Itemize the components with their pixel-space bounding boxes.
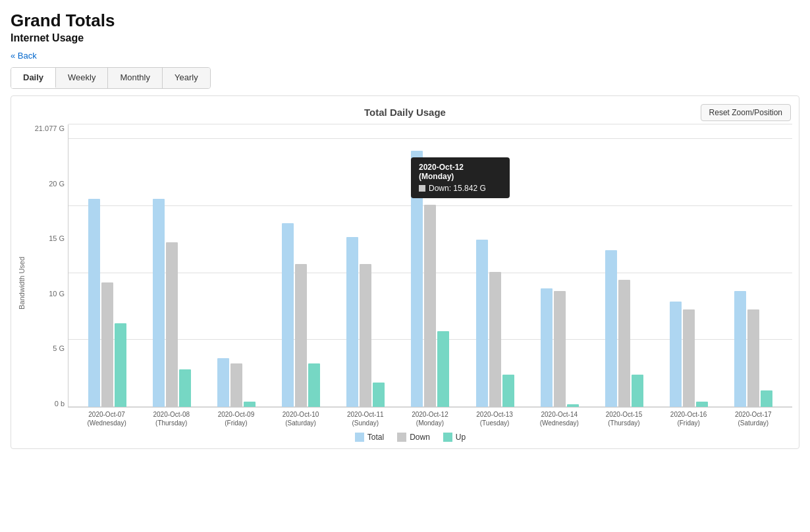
bar-down[interactable] <box>489 272 501 407</box>
bar-group <box>153 199 191 407</box>
bar-up[interactable] <box>567 404 579 407</box>
bar-group <box>411 151 449 408</box>
bar-total[interactable] <box>153 199 165 407</box>
bar-total[interactable] <box>88 199 100 407</box>
bar-down[interactable] <box>747 309 759 407</box>
x-label: 2020-Oct-09(Friday) <box>209 410 262 427</box>
bar-group <box>346 237 385 407</box>
tab-daily[interactable]: Daily <box>11 68 56 88</box>
grid-and-bars: 21.077 G 20 G 15 G 10 G 5 G 0 b <box>28 124 792 427</box>
bar-total[interactable] <box>605 250 617 407</box>
bar-up[interactable] <box>179 369 191 407</box>
bar-total[interactable] <box>476 240 488 407</box>
x-label: 2020-Oct-15(Thursday) <box>597 410 650 427</box>
bar-total[interactable] <box>217 358 229 407</box>
bar-group <box>476 240 514 407</box>
x-label: 2020-Oct-16(Friday) <box>662 410 715 427</box>
bar-group <box>282 223 320 407</box>
bar-group <box>88 199 126 407</box>
x-label: 2020-Oct-17(Saturday) <box>727 410 780 427</box>
bar-up[interactable] <box>308 363 320 407</box>
x-label: 2020-Oct-10(Saturday) <box>275 410 327 427</box>
legend: Total Down Up <box>28 433 792 442</box>
bar-group <box>217 358 256 407</box>
page-title: Grand Totals <box>11 11 799 31</box>
bar-down[interactable] <box>101 282 113 407</box>
legend-down-color <box>397 433 406 442</box>
bar-group <box>670 302 708 407</box>
reset-zoom-button[interactable]: Reset Zoom/Position <box>701 104 791 121</box>
bar-down[interactable] <box>618 280 630 407</box>
y-tick-3: 10 G <box>28 290 65 298</box>
y-tick-2: 15 G <box>28 234 65 242</box>
x-label: 2020-Oct-12(Monday) <box>404 410 456 427</box>
y-tick-5: 0 b <box>28 400 65 408</box>
bar-down[interactable] <box>295 264 307 407</box>
bars-area: 2020-Oct-12(Monday) Down: 15.842 G <box>68 124 792 408</box>
y-axis: 21.077 G 20 G 15 G 10 G 5 G 0 b <box>28 124 65 408</box>
bar-up[interactable] <box>761 390 772 407</box>
bar-down[interactable] <box>230 363 242 407</box>
x-labels: 2020-Oct-07(Wednesday)2020-Oct-08(Thursd… <box>68 410 792 427</box>
chart-container: Total Daily Usage Reset Zoom/Position Ba… <box>11 95 799 449</box>
page-subtitle: Internet Usage <box>11 32 799 44</box>
back-link[interactable]: « Back <box>11 51 37 61</box>
legend-down: Down <box>397 433 430 442</box>
tab-weekly[interactable]: Weekly <box>56 68 108 88</box>
bar-total[interactable] <box>346 237 358 407</box>
bar-up[interactable] <box>115 323 126 407</box>
legend-up-label: Up <box>456 433 466 442</box>
x-label: 2020-Oct-08(Thursday) <box>145 410 198 427</box>
bar-down[interactable] <box>683 309 695 407</box>
bar-down[interactable] <box>360 264 371 407</box>
bar-up[interactable] <box>437 331 449 407</box>
tab-monthly[interactable]: Monthly <box>108 68 163 88</box>
bars-wrapper <box>68 124 792 407</box>
x-label: 2020-Oct-07(Wednesday) <box>80 410 133 427</box>
y-tick-1: 20 G <box>28 180 65 188</box>
bar-total[interactable] <box>670 302 682 407</box>
chart-inner: 21.077 G 20 G 15 G 10 G 5 G 0 b <box>28 124 792 442</box>
legend-up: Up <box>443 433 466 442</box>
y-tick-0: 21.077 G <box>28 124 65 132</box>
y-axis-label: Bandwidth Used <box>18 124 26 442</box>
bar-up[interactable] <box>373 383 385 407</box>
bar-up[interactable] <box>244 402 256 407</box>
legend-total: Total <box>355 433 384 442</box>
bar-total[interactable] <box>734 291 746 407</box>
bar-total[interactable] <box>411 151 423 408</box>
bar-group <box>734 291 772 407</box>
legend-total-label: Total <box>367 433 384 442</box>
bar-total[interactable] <box>282 223 294 407</box>
bar-up[interactable] <box>632 375 643 407</box>
bar-total[interactable] <box>541 288 553 407</box>
bar-group <box>541 288 579 407</box>
legend-down-label: Down <box>410 433 430 442</box>
tab-yearly[interactable]: Yearly <box>163 68 210 88</box>
chart-title: Total Daily Usage <box>18 107 792 118</box>
bar-down[interactable] <box>554 291 566 407</box>
legend-up-color <box>443 433 452 442</box>
x-label: 2020-Oct-11(Sunday) <box>339 410 392 427</box>
chart-area: Bandwidth Used 21.077 G 20 G 15 G 10 G 5… <box>18 124 792 442</box>
tab-group: Daily Weekly Monthly Yearly <box>11 67 211 89</box>
bar-down[interactable] <box>166 242 178 407</box>
bar-group <box>605 250 643 407</box>
x-label: 2020-Oct-13(Tuesday) <box>468 410 521 427</box>
bar-down[interactable] <box>424 205 436 408</box>
bar-up[interactable] <box>502 375 514 407</box>
legend-total-color <box>355 433 364 442</box>
y-tick-4: 5 G <box>28 344 65 352</box>
x-label: 2020-Oct-14(Wednesday) <box>533 410 585 427</box>
bar-up[interactable] <box>696 402 708 407</box>
